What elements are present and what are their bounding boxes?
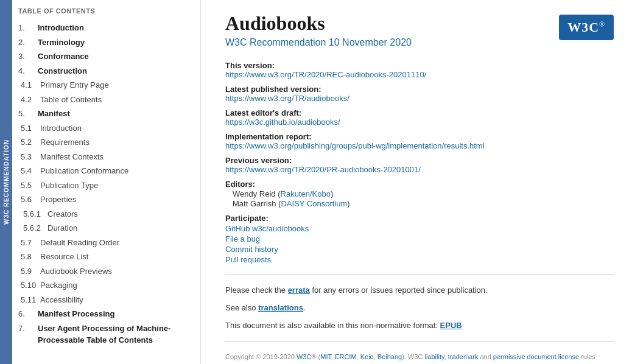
epub-before: This document is also available in this …	[225, 321, 440, 330]
sidebar: W3C Recommendation TABLE OF CONTENTS 1.I…	[0, 0, 201, 364]
beihang-link[interactable]: Beihang	[377, 353, 402, 360]
toc-item[interactable]: 2.Terminology	[18, 37, 194, 49]
latest-draft-label: Latest editor's draft:	[225, 108, 301, 117]
toc-label: Packaging	[40, 279, 77, 292]
toc-item[interactable]: 5.6.1Creators	[18, 208, 194, 220]
toc-item[interactable]: 5.10Packaging	[18, 279, 194, 292]
latest-draft-section: Latest editor's draft: https://w3c.githu…	[225, 108, 614, 127]
toc-item[interactable]: 7.User Agent Processing of Machine-Proce…	[18, 323, 194, 346]
editor2-end: )	[347, 199, 349, 208]
toc-item[interactable]: 4.1Primary Entry Page	[18, 79, 194, 91]
toc-item[interactable]: 3.Conformance	[18, 51, 194, 63]
sidebar-tab: W3C Recommendation	[0, 0, 12, 364]
participate-links: GitHub w3c/audiobooksFile a bugCommit hi…	[225, 224, 614, 264]
toc-item[interactable]: 5.Manifest	[18, 108, 194, 120]
editor1-name: Wendy Reid (Rakuten/Kobo)	[233, 189, 333, 198]
errata-link[interactable]: errata	[288, 285, 310, 295]
toc-num: 4.2	[18, 94, 40, 106]
toc-item[interactable]: 4.Construction	[18, 65, 194, 77]
toc-num: 5.8	[18, 251, 40, 263]
toc-item[interactable]: 5.2Requirements	[18, 136, 194, 149]
liability-link[interactable]: liability	[425, 353, 444, 360]
toc-item[interactable]: 4.2Table of Contents	[18, 94, 194, 106]
participate-link[interactable]: File a bug	[225, 234, 614, 243]
editor1-text: Wendy Reid (	[233, 189, 281, 198]
prev-version-section: Previous version: https://www.w3.org/TR/…	[225, 155, 614, 174]
toc-label: Conformance	[38, 51, 89, 63]
toc-item[interactable]: 5.7Default Reading Order	[18, 237, 194, 249]
prev-version-link[interactable]: https://www.w3.org/TR/2020/PR-audiobooks…	[225, 165, 614, 174]
toc-num: 5.3	[18, 151, 40, 163]
see-also-after: .	[303, 303, 306, 312]
editor2-text: Matt Garrish (	[233, 199, 281, 208]
toc-item[interactable]: 5.11Accessibility	[18, 294, 194, 306]
editor2-org-link[interactable]: DAISY Consortium	[281, 199, 347, 208]
w3c-reg: ® (	[311, 353, 320, 360]
toc-item[interactable]: 1.Introduction	[18, 22, 194, 34]
editor1-org-link[interactable]: Rakuten/Kobo	[281, 189, 331, 198]
sidebar-tab-label: W3C Recommendation	[3, 139, 10, 225]
impl-report-section: Implementation report: https://www.w3.or…	[225, 131, 614, 150]
toc-item[interactable]: 5.8Resource List	[18, 251, 194, 263]
toc-num: 4.	[18, 65, 38, 77]
toc-num: 5.1	[18, 122, 40, 135]
mit-link[interactable]: MIT	[320, 353, 331, 360]
editor1-end: )	[331, 189, 333, 198]
toc-num: 5.10	[18, 279, 40, 292]
w3c-trademark: ®	[599, 20, 605, 29]
toc-num: 7.	[18, 323, 38, 335]
toc-num: 5.4	[18, 165, 40, 177]
and-text: and	[478, 353, 493, 360]
toc-label: Default Reading Order	[40, 237, 119, 249]
toc-item[interactable]: 5.5Publication Type	[18, 180, 194, 192]
toc-item[interactable]: 5.6.2Duration	[18, 222, 194, 234]
toc-label: User Agent Processing of Machine-Process…	[38, 323, 194, 346]
toc-num: 2.	[18, 37, 38, 49]
toc-item[interactable]: 6.Manifest Processing	[18, 308, 194, 320]
toc-num: 6.	[18, 308, 38, 320]
toc-label: Publication Type	[40, 180, 98, 192]
divider-2	[225, 341, 614, 342]
toc-label: Properties	[40, 194, 76, 206]
toc-num: 5.5	[18, 180, 40, 192]
editor2-name: Matt Garrish (DAISY Consortium)	[233, 199, 350, 208]
epub-paragraph: This document is also available in this …	[225, 320, 614, 332]
errata-before: Please check the	[225, 285, 288, 295]
translations-link[interactable]: translations	[258, 303, 303, 312]
toc-label: Manifest Processing	[38, 308, 114, 320]
toc-item[interactable]: 5.3Manifest Contexts	[18, 151, 194, 163]
ercim-link[interactable]: ERCIM	[335, 353, 356, 360]
toc-list: 1.Introduction2.Terminology3.Conformance…	[18, 22, 194, 346]
impl-report-link[interactable]: https://www.w3.org/publishing/groups/pub…	[225, 141, 614, 150]
latest-version-link[interactable]: https://www.w3.org/TR/audiobooks/	[225, 94, 614, 103]
latest-version-section: Latest published version: https://www.w3…	[225, 84, 614, 103]
w3c-logo: W3C®	[559, 15, 614, 40]
toc-item[interactable]: 5.9Audiobook Previews	[18, 265, 194, 278]
participate-link[interactable]: GitHub w3c/audiobooks	[225, 224, 614, 233]
toc-item[interactable]: 5.6Properties	[18, 194, 194, 206]
latest-version-label: Latest published version:	[225, 85, 321, 94]
doc-subtitle: W3C Recommendation 10 November 2020	[225, 37, 614, 48]
participate-link[interactable]: Commit history	[225, 245, 614, 254]
toc-item[interactable]: 5.1Introduction	[18, 122, 194, 135]
w3c-footer-link[interactable]: W3C	[297, 353, 311, 360]
toc-label: Introduction	[38, 22, 84, 34]
permissive-link[interactable]: permissive document license	[493, 353, 579, 360]
toc-item[interactable]: 5.4Publication Conformance	[18, 165, 194, 177]
errata-paragraph: Please check the errata for any errors o…	[225, 284, 614, 297]
trademark-link[interactable]: trademark	[448, 353, 479, 360]
latest-draft-link[interactable]: https://w3c.github.io/audiobooks/	[225, 117, 614, 127]
divider-1	[225, 274, 614, 275]
editors-label: Editors:	[225, 180, 255, 189]
toc-num: 5.	[18, 108, 38, 120]
toc-label: Table of Contents	[40, 94, 102, 106]
this-version-link[interactable]: https://www.w3.org/TR/2020/REC-audiobook…	[225, 70, 614, 79]
participate-link[interactable]: Pull requests	[225, 255, 614, 264]
epub-link[interactable]: EPUB	[440, 321, 462, 330]
toc-num: 3.	[18, 51, 38, 63]
toc-num: 5.2	[18, 136, 40, 149]
keio-link[interactable]: Keio	[360, 353, 374, 360]
toc-label: Audiobook Previews	[40, 265, 112, 278]
toc-label: Accessibility	[40, 294, 83, 306]
w3c-logo-text: W3C	[567, 19, 599, 35]
